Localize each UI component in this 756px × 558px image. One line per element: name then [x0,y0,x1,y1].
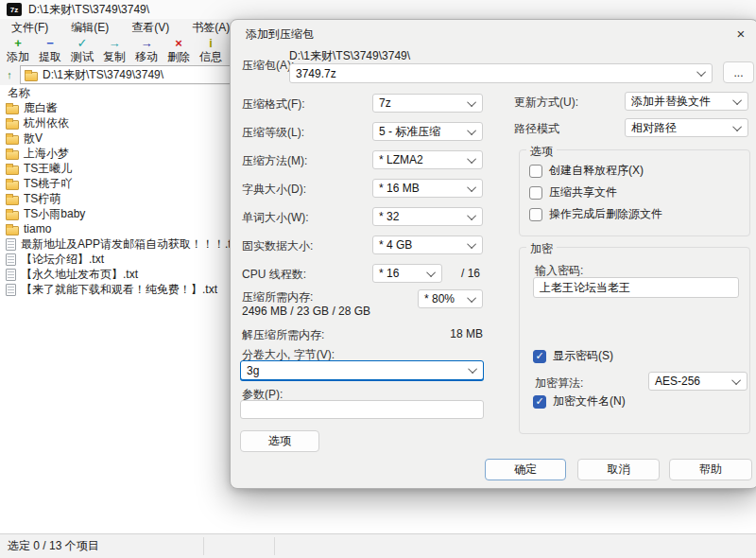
copy-button[interactable]: → 复制 [98,37,130,63]
delete-after-checkbox-row[interactable]: 操作完成后删除源文件 [529,206,662,222]
chevron-down-icon [467,293,476,303]
menu-file[interactable]: 文件(F) [0,20,60,36]
move-button[interactable]: → 移动 [130,37,163,63]
add-to-archive-dialog: 添加到压缩包 × 压缩包(A): D:\1来财\TS\3749\3749\ 37… [230,19,756,489]
path-mode-label: 路径模式 [514,121,559,137]
cpu-threads-combo[interactable]: * 16 [372,264,442,283]
checkbox-icon[interactable] [533,395,546,409]
format-combo[interactable]: 7z [372,94,483,113]
encryption-method-label: 加密算法: [535,375,583,392]
text-file-icon [6,238,16,251]
cpu-threads-label: CPU 线程数: [242,267,306,283]
delete-button[interactable]: × 删除 [163,37,195,63]
decompress-memory-value: 18 MB [420,327,483,340]
folder-icon [25,72,38,81]
options-button[interactable]: 选项 [240,430,319,452]
text-file-icon [6,253,16,266]
sfx-checkbox-row[interactable]: 创建自释放程序(X) [529,163,644,179]
chevron-down-icon [731,375,741,385]
extract-button[interactable]: − 提取 [34,37,66,63]
test-button[interactable]: ✓ 测试 [66,37,98,63]
memory-usage-label: 压缩所需内存: [242,289,313,305]
level-label: 压缩等级(L): [242,125,304,141]
folder-icon [6,105,19,114]
archive-name-combo[interactable]: 3749.7z [289,63,713,83]
checkbox-icon[interactable] [529,165,542,178]
encrypt-filenames-checkbox-row[interactable]: 加密文件名(N) [533,393,626,410]
solid-block-label: 固实数据大小: [242,238,313,254]
encryption-method-combo[interactable]: AES-256 [648,372,747,391]
chevron-down-icon [467,97,476,107]
folder-icon [6,135,19,145]
ok-button[interactable]: 确定 [485,459,566,480]
extract-icon: − [46,37,54,50]
folder-icon [6,120,19,130]
status-bar: 选定 0 / 13 个项目 [0,533,756,558]
menu-edit[interactable]: 编辑(E) [60,20,120,36]
dictionary-combo[interactable]: * 16 MB [372,179,483,198]
folder-icon [6,150,19,160]
path-mode-combo[interactable]: 相对路径 [625,118,748,137]
update-mode-combo[interactable]: 添加并替换文件 [625,92,748,111]
checkbox-icon[interactable] [533,350,546,363]
parameters-input[interactable] [240,400,484,419]
format-label: 压缩格式(F): [242,96,305,113]
show-password-checkbox-row[interactable]: 显示密码(S) [533,348,613,364]
cpu-threads-max: / 16 [461,267,480,280]
memory-usage-value: 2496 MB / 23 GB / 28 GB [242,305,370,318]
info-button[interactable]: i 信息 [195,37,227,63]
checkbox-icon[interactable] [529,186,542,200]
chevron-down-icon [467,211,476,220]
chevron-down-icon [468,364,477,374]
text-file-icon [6,284,16,296]
browse-button[interactable]: ... [723,61,754,83]
solid-block-combo[interactable]: * 4 GB [372,235,483,254]
app-icon: 7z [7,3,22,16]
chevron-down-icon [696,67,706,77]
info-icon: i [209,37,213,50]
encryption-group-title: 加密 [526,241,557,257]
window-title: D:\1来财\TS\3749\3749\ [28,2,149,18]
folder-icon [6,226,19,235]
up-arrow-icon: ↑ [7,69,12,80]
shared-files-checkbox-row[interactable]: 压缩共享文件 [529,184,617,201]
add-button[interactable]: + 添加 [2,37,34,63]
dictionary-label: 字典大小(D): [242,182,306,198]
folder-icon [6,181,19,190]
close-button[interactable]: × [730,23,752,44]
chevron-down-icon [467,239,476,249]
status-separator [203,537,204,555]
chevron-down-icon [426,268,436,277]
window-titlebar: 7z D:\1来财\TS\3749\3749\ [0,0,756,19]
memory-percent-combo[interactable]: * 80% [418,289,483,308]
copy-icon: → [109,37,121,50]
chevron-down-icon [732,122,742,131]
help-button[interactable]: 帮助 [669,459,752,480]
chevron-down-icon [467,126,476,135]
folder-icon [6,196,19,205]
test-icon: ✓ [77,37,88,50]
text-file-icon [6,269,16,281]
archive-label: 压缩包(A): [242,58,294,74]
volume-size-combo[interactable]: 3g [240,360,484,380]
checkbox-icon[interactable] [529,208,542,221]
close-icon: × [737,26,746,42]
password-input[interactable]: 上老王论坛当老王 [533,277,739,298]
method-label: 压缩方法(M): [242,153,307,169]
up-one-level-button[interactable]: ↑ [2,67,17,82]
delete-icon: × [175,37,182,50]
word-size-label: 单词大小(W): [242,210,309,226]
menu-view[interactable]: 查看(V) [120,20,180,36]
options-group-title: 选项 [526,144,557,160]
selection-status: 选定 0 / 13 个项目 [0,538,99,554]
level-combo[interactable]: 5 - 标准压缩 [372,122,483,141]
word-size-combo[interactable]: * 32 [372,207,483,226]
update-mode-label: 更新方式(U): [514,95,578,111]
cancel-button[interactable]: 取消 [577,459,660,480]
add-icon: + [14,37,22,50]
folder-icon [6,166,19,175]
decompress-memory-label: 解压缩所需内存: [242,327,324,343]
folder-icon [6,211,19,220]
method-combo[interactable]: * LZMA2 [372,150,483,169]
archive-directory: D:\1来财\TS\3749\3749\ [289,48,410,64]
